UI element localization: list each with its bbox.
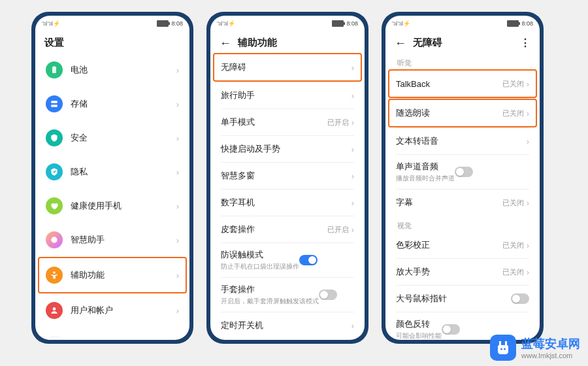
statusbar: "al "al ⚡ 8:08	[385, 16, 540, 31]
back-icon[interactable]: ←	[395, 37, 406, 49]
settings-item-智慧助手[interactable]: 智慧助手 ›	[39, 223, 186, 257]
chevron-right-icon: ›	[351, 321, 354, 331]
辅助功能-icon	[46, 267, 63, 284]
隐私-icon	[46, 163, 63, 180]
row-label: 手套操作	[221, 284, 319, 295]
row-label: 数字耳机	[221, 197, 351, 208]
row-定时开关机[interactable]: 定时开关机›	[214, 312, 361, 339]
item-label: 电池	[71, 64, 176, 76]
row-label: 单手模式	[221, 116, 327, 128]
row-label: 旅行助手	[221, 90, 351, 101]
toggle-switch[interactable]	[442, 324, 460, 335]
row-单声道音频[interactable]: 单声道音频播放音频时合并声道	[389, 155, 536, 189]
page-title: 设置	[35, 31, 189, 53]
item-label: 健康使用手机	[71, 200, 176, 212]
settings-item-电池[interactable]: 电池 ›	[39, 53, 186, 87]
row-label: 字幕	[396, 197, 502, 208]
phone-barrier-free: "al "al ⚡ 8:08 ← 无障碍 ⋮ 听觉TalkBack已关闭›随选朗…	[382, 12, 544, 344]
toggle-switch[interactable]	[319, 290, 337, 300]
电池-icon	[46, 61, 63, 78]
item-label: 隐私	[71, 166, 176, 178]
settings-item-存储[interactable]: 存储 ›	[39, 87, 186, 121]
row-文本转语音[interactable]: 文本转语音›	[389, 128, 536, 154]
chevron-right-icon: ›	[527, 79, 529, 89]
chevron-right-icon: ›	[351, 144, 354, 154]
chevron-right-icon: ›	[176, 133, 179, 143]
row-皮套操作[interactable]: 皮套操作已开启›	[214, 216, 361, 242]
row-sub: 开启后，戴手套滑屏触触发该模式	[221, 297, 319, 306]
row-label: 快捷启动及手势	[221, 143, 351, 155]
settings-item-Google[interactable]: Google ›	[39, 327, 186, 340]
chevron-right-icon: ›	[351, 118, 354, 127]
row-数字耳机[interactable]: 数字耳机›	[214, 190, 361, 216]
row-sub: 播放音频时合并声道	[396, 174, 455, 183]
chevron-right-icon: ›	[176, 99, 179, 109]
row-随选朗读[interactable]: 随选朗读已关闭›	[388, 99, 537, 127]
row-防误触模式[interactable]: 防误触模式防止手机在口袋出现误操作	[214, 243, 361, 277]
row-label: 皮套操作	[221, 224, 327, 235]
toggle-switch[interactable]	[511, 293, 529, 304]
chevron-right-icon: ›	[176, 271, 179, 280]
row-value: 已关闭	[502, 241, 524, 250]
row-label: TalkBack	[396, 79, 502, 89]
row-TalkBack[interactable]: TalkBack已关闭›	[388, 69, 537, 98]
row-value: 已开启	[327, 118, 349, 127]
statusbar: "al "al ⚡ 8:08	[210, 16, 365, 31]
row-value: 已开启	[327, 225, 349, 235]
settings-item-隐私[interactable]: 隐私 ›	[39, 155, 186, 189]
site-name: 蓝莓安卓网	[521, 336, 580, 352]
chevron-right-icon: ›	[527, 267, 529, 277]
row-value: 已关闭	[502, 267, 524, 277]
chevron-right-icon: ›	[351, 171, 354, 181]
chevron-right-icon: ›	[176, 201, 179, 211]
row-label: 定时开关机	[221, 320, 351, 331]
more-icon[interactable]: ⋮	[520, 37, 531, 49]
row-色彩校正[interactable]: 色彩校正已关闭›	[389, 232, 536, 258]
row-放大手势[interactable]: 放大手势已关闭›	[389, 259, 536, 285]
row-label: 大号鼠标指针	[396, 293, 511, 305]
toggle-switch[interactable]	[299, 255, 318, 265]
智慧助手-icon	[46, 231, 63, 248]
chevron-right-icon: ›	[176, 306, 179, 316]
存储-icon	[46, 95, 63, 112]
chevron-right-icon: ›	[527, 137, 529, 146]
page-title: 无障碍	[413, 37, 442, 49]
row-单手模式[interactable]: 单手模式已开启›	[214, 109, 361, 135]
row-sub: 可能会影响性能	[396, 331, 442, 340]
page-title: 辅助功能	[238, 37, 277, 49]
settings-item-用户和帐户[interactable]: 用户和帐户 ›	[39, 293, 186, 327]
chevron-right-icon: ›	[176, 235, 179, 245]
phone-accessibility: "al "al ⚡ 8:08 ← 辅助功能 无障碍›旅行助手›单手模式已开启›快…	[206, 12, 368, 344]
settings-item-安全[interactable]: 安全 ›	[39, 121, 186, 155]
item-label: 辅助功能	[71, 269, 176, 281]
row-sub: 防止手机在口袋出现误操作	[221, 262, 299, 271]
row-label: 无障碍	[221, 61, 351, 73]
row-大号鼠标指针[interactable]: 大号鼠标指针	[389, 286, 536, 312]
item-label: 用户和帐户	[71, 305, 176, 316]
row-手套操作[interactable]: 手套操作开启后，戴手套滑屏触触发该模式	[214, 278, 361, 312]
site-url: www.lmkjst.com	[521, 352, 580, 359]
back-icon[interactable]: ←	[220, 37, 231, 49]
row-label: 颜色反转	[396, 318, 442, 330]
chevron-right-icon: ›	[351, 91, 354, 101]
chevron-right-icon: ›	[527, 108, 529, 118]
svg-point-0	[51, 237, 57, 242]
row-无障碍[interactable]: 无障碍›	[213, 53, 362, 82]
chevron-right-icon: ›	[351, 63, 354, 73]
row-旅行助手[interactable]: 旅行助手›	[214, 82, 361, 108]
item-label: 存储	[71, 98, 176, 110]
row-value: 已关闭	[502, 108, 524, 118]
settings-item-辅助功能[interactable]: 辅助功能 ›	[38, 257, 187, 293]
row-智慧多窗[interactable]: 智慧多窗›	[214, 163, 361, 189]
row-字幕[interactable]: 字幕已关闭›	[389, 190, 536, 216]
Google-icon	[46, 336, 64, 340]
row-value: 已关闭	[502, 79, 524, 89]
item-label: 智慧助手	[71, 234, 176, 246]
settings-item-健康使用手机[interactable]: 健康使用手机 ›	[39, 189, 186, 223]
row-label: 放大手势	[396, 266, 502, 278]
row-label: 防误触模式	[221, 249, 299, 261]
toggle-switch[interactable]	[455, 167, 473, 177]
item-label: 安全	[71, 132, 176, 144]
row-快捷启动及手势[interactable]: 快捷启动及手势›	[214, 136, 361, 162]
row-value: 已关闭	[502, 198, 524, 208]
